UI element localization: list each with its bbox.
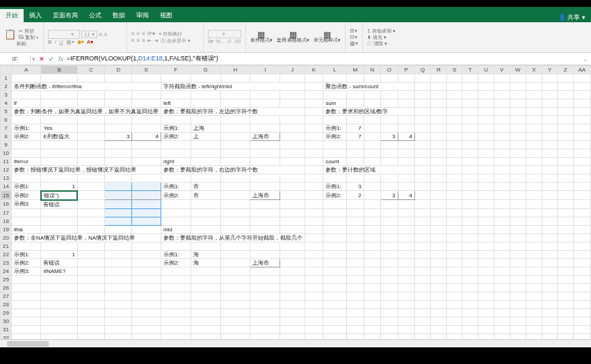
cell[interactable] <box>462 108 478 116</box>
cell[interactable] <box>398 258 414 267</box>
cell[interactable] <box>347 300 364 308</box>
cell[interactable] <box>430 183 446 191</box>
cell[interactable] <box>462 242 478 250</box>
cell[interactable] <box>398 183 414 191</box>
cell[interactable] <box>558 200 574 209</box>
cell[interactable] <box>305 275 323 283</box>
cell[interactable] <box>250 225 280 233</box>
cell[interactable] <box>573 250 590 258</box>
cell[interactable] <box>573 333 590 339</box>
cell[interactable] <box>573 191 590 200</box>
cell[interactable] <box>250 308 280 317</box>
cell[interactable] <box>510 108 526 116</box>
cell[interactable]: 2 <box>347 191 364 200</box>
cell[interactable] <box>105 91 132 99</box>
cell[interactable] <box>414 325 430 333</box>
cell[interactable]: 市 <box>191 191 220 200</box>
cell[interactable] <box>191 208 220 217</box>
cell[interactable] <box>250 208 280 217</box>
cell[interactable] <box>398 158 414 166</box>
cell[interactable] <box>347 116 364 124</box>
cell[interactable] <box>305 233 323 242</box>
cell[interactable] <box>494 116 510 124</box>
cell[interactable] <box>398 116 414 124</box>
cell[interactable] <box>462 217 478 225</box>
cell[interactable] <box>280 292 305 300</box>
cell[interactable] <box>462 99 478 108</box>
cell[interactable] <box>430 333 446 339</box>
cell[interactable] <box>542 91 558 99</box>
italic-button[interactable]: I <box>55 39 56 45</box>
row-header[interactable]: 28 <box>1 300 12 308</box>
cell[interactable] <box>510 325 526 333</box>
cell[interactable] <box>494 174 510 183</box>
name-box[interactable]: IF <box>0 56 31 63</box>
cell[interactable] <box>161 325 191 333</box>
cell[interactable] <box>542 258 558 267</box>
cell[interactable] <box>280 99 305 108</box>
cell[interactable] <box>573 133 590 141</box>
cell[interactable]: 错误") <box>41 191 77 200</box>
cell[interactable] <box>280 275 305 283</box>
cell[interactable]: 4 <box>398 191 414 200</box>
cell[interactable] <box>478 242 494 250</box>
cell[interactable] <box>305 325 323 333</box>
cell[interactable] <box>11 275 41 283</box>
cell[interactable] <box>347 242 364 250</box>
cell[interactable] <box>510 275 526 283</box>
cell[interactable] <box>430 258 446 267</box>
cell[interactable] <box>161 317 191 325</box>
cell[interactable] <box>132 275 161 283</box>
formula-input[interactable]: =IFERROR(VLOOKUP(1,D14:E18,1,FALSE),"有错误… <box>65 54 580 63</box>
cell[interactable] <box>381 317 398 325</box>
cell[interactable] <box>494 149 510 158</box>
cell[interactable] <box>398 317 414 325</box>
cell[interactable] <box>364 308 380 317</box>
cell[interactable]: 7 <box>347 133 364 141</box>
cell[interactable] <box>364 242 380 250</box>
cell[interactable] <box>542 183 558 191</box>
cell[interactable] <box>305 133 323 141</box>
cell[interactable] <box>542 308 558 317</box>
cell[interactable] <box>220 133 250 141</box>
cell[interactable] <box>462 208 478 217</box>
cell[interactable] <box>132 217 161 225</box>
cell[interactable] <box>250 141 280 149</box>
cell[interactable] <box>558 233 574 242</box>
cell[interactable] <box>462 191 478 200</box>
cell[interactable]: sum <box>323 99 347 108</box>
align-top-icon[interactable]: ≡ <box>131 31 135 38</box>
cell[interactable] <box>105 267 132 275</box>
cell[interactable] <box>558 74 574 83</box>
cell[interactable] <box>478 333 494 339</box>
cell[interactable] <box>494 108 510 116</box>
cell[interactable] <box>11 217 41 225</box>
cell[interactable] <box>542 74 558 83</box>
cell[interactable] <box>398 91 414 99</box>
cell[interactable] <box>414 141 430 149</box>
cell[interactable] <box>41 283 77 292</box>
cell[interactable] <box>573 242 590 250</box>
cell[interactable] <box>347 217 364 225</box>
cell[interactable] <box>494 233 510 242</box>
cell[interactable] <box>347 158 364 166</box>
cell[interactable] <box>132 225 161 233</box>
cell[interactable] <box>347 258 364 267</box>
cell[interactable] <box>41 242 77 250</box>
cell[interactable] <box>494 250 510 258</box>
row-header[interactable]: 16 <box>1 200 12 209</box>
copy-button[interactable]: ⿻ 复制 ▾ <box>19 34 39 40</box>
cell[interactable] <box>77 91 104 99</box>
cell[interactable] <box>398 149 414 158</box>
cell[interactable] <box>462 225 478 233</box>
row-header[interactable]: 23 <box>1 258 12 267</box>
cell[interactable] <box>11 333 41 339</box>
cell[interactable] <box>542 225 558 233</box>
cell[interactable]: 示例1: <box>323 124 347 133</box>
cell[interactable] <box>132 208 161 217</box>
cell[interactable] <box>364 149 380 158</box>
cell[interactable] <box>573 308 590 317</box>
cell[interactable] <box>414 317 430 325</box>
cell[interactable] <box>573 217 590 225</box>
cell[interactable] <box>220 250 250 258</box>
